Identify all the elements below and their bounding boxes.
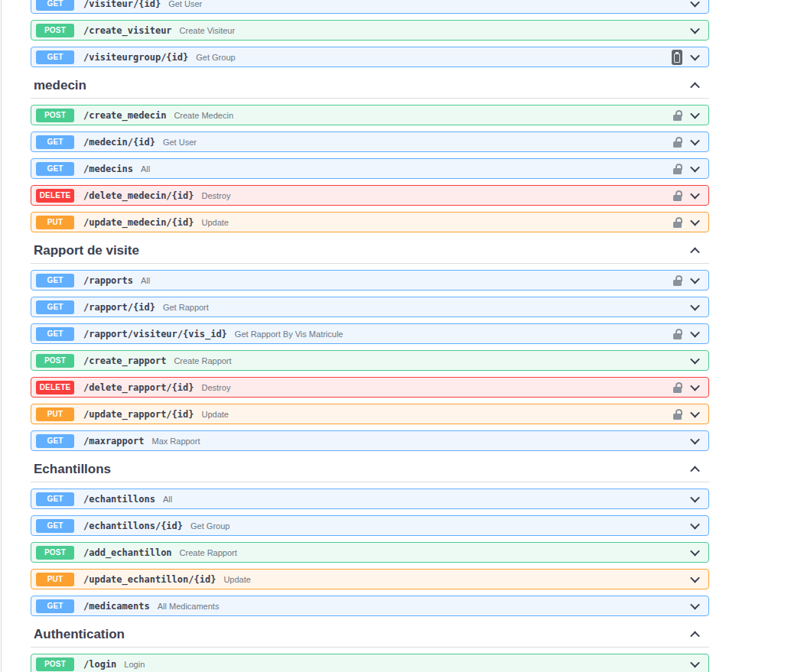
- endpoint-row-post-add-echantillon[interactable]: POST /add_echantillon Create Rapport: [31, 542, 709, 563]
- endpoint-row-get-rapports[interactable]: GET /rapports All: [31, 270, 709, 291]
- section-header-rapport-de-visite[interactable]: Rapport de visite: [31, 243, 709, 264]
- endpoint-row-post-create-rapport[interactable]: POST /create_rapport Create Rapport: [31, 350, 709, 371]
- endpoint-row-get-medecins[interactable]: GET /medecins All: [31, 158, 709, 179]
- endpoint-path: /medicaments: [83, 601, 150, 612]
- chevron-down-icon[interactable]: [690, 109, 700, 119]
- endpoint-path: /create_medecin: [83, 110, 166, 121]
- endpoint-description: Destroy: [202, 191, 231, 200]
- chevron-down-icon[interactable]: [690, 301, 700, 311]
- chevron-down-icon[interactable]: [690, 520, 700, 530]
- endpoint-row-post-create-visiteur[interactable]: POST /create_visiteur Create Visiteur: [31, 20, 709, 41]
- method-badge: POST: [36, 657, 74, 671]
- method-badge: GET: [36, 519, 74, 533]
- unlock-icon[interactable]: [672, 275, 682, 286]
- endpoint-row-post-login[interactable]: POST /login Login: [31, 654, 709, 672]
- endpoint-path: /update_rapport/{id}: [83, 409, 194, 420]
- unlock-icon[interactable]: [672, 137, 682, 148]
- chevron-down-icon[interactable]: [690, 493, 700, 503]
- section-header-echantillons[interactable]: Echantillons: [31, 462, 709, 482]
- endpoint-row-get-rapport-visiteur[interactable]: GET /rapport/visiteur/{vis_id} Get Rappo…: [31, 323, 709, 344]
- method-badge: GET: [36, 492, 74, 506]
- method-badge: PUT: [36, 573, 74, 586]
- method-badge: GET: [36, 599, 74, 613]
- endpoint-path: /update_echantillon/{id}: [83, 574, 216, 585]
- endpoint-description: Get Group: [190, 521, 229, 531]
- endpoint-row-get-medicaments[interactable]: GET /medicaments All Medicaments: [31, 596, 709, 616]
- chevron-up-icon[interactable]: [690, 466, 700, 476]
- endpoint-row-get-maxrapport[interactable]: GET /maxrapport Max Rapport: [31, 430, 709, 451]
- endpoint-row-delete-medecin[interactable]: DELETE /delete_medecin/{id} Destroy: [31, 185, 709, 206]
- section-title: medecin: [34, 78, 86, 93]
- chevron-down-icon[interactable]: [690, 51, 700, 61]
- endpoint-path: /maxrapport: [83, 436, 144, 446]
- unlock-icon[interactable]: [672, 409, 682, 420]
- endpoint-row-get-medecin-id[interactable]: GET /medecin/{id} Get User: [31, 131, 709, 152]
- endpoint-row-put-update-rapport[interactable]: PUT /update_rapport/{id} Update: [31, 404, 709, 424]
- chevron-down-icon[interactable]: [690, 600, 700, 610]
- chevron-down-icon[interactable]: [690, 24, 700, 34]
- endpoint-description: Get Rapport By Vis Matricule: [235, 330, 343, 339]
- endpoint-row-put-update-medecin[interactable]: PUT /update_medecin/{id} Update: [31, 212, 709, 232]
- endpoint-row-get-visiteurgroup-id[interactable]: GET /visiteurgroup/{id} Get Group: [31, 47, 709, 67]
- chevron-up-icon[interactable]: [690, 631, 700, 641]
- method-badge: GET: [36, 135, 74, 149]
- method-badge: GET: [36, 162, 74, 176]
- endpoint-description: Get Rapport: [163, 303, 209, 312]
- endpoint-path: /add_echantillon: [83, 547, 172, 558]
- method-badge: PUT: [36, 407, 74, 421]
- endpoint-description: Get User: [163, 138, 197, 147]
- section-title: Echantillons: [34, 462, 111, 477]
- unlock-icon[interactable]: [672, 217, 682, 228]
- chevron-down-icon[interactable]: [690, 547, 700, 557]
- method-badge: GET: [36, 434, 74, 448]
- method-badge: GET: [36, 327, 74, 341]
- endpoint-path: /update_medecin/{id}: [83, 217, 194, 228]
- endpoint-description: Create Rapport: [180, 548, 237, 557]
- endpoint-description: Login: [124, 660, 145, 669]
- endpoint-row-put-update-echantillon[interactable]: PUT /update_echantillon/{id} Update: [31, 569, 709, 589]
- chevron-down-icon[interactable]: [690, 355, 700, 365]
- endpoint-description: Create Visiteur: [180, 26, 236, 35]
- chevron-down-icon[interactable]: [690, 328, 700, 338]
- chevron-down-icon[interactable]: [690, 216, 700, 226]
- chevron-down-icon[interactable]: [690, 0, 700, 7]
- unlock-icon[interactable]: [672, 329, 682, 339]
- endpoint-description: All: [163, 495, 172, 504]
- endpoint-row-get-visiteur-id[interactable]: GET /visiteur/{id} Get User: [31, 0, 709, 14]
- endpoint-path: /create_rapport: [83, 355, 166, 366]
- chevron-down-icon[interactable]: [690, 658, 700, 668]
- endpoint-description: Create Medecin: [174, 111, 233, 120]
- chevron-down-icon[interactable]: [690, 163, 700, 173]
- chevron-down-icon[interactable]: [690, 136, 700, 146]
- endpoint-path: /medecins: [83, 164, 133, 174]
- unlock-icon[interactable]: [672, 110, 682, 121]
- endpoint-description: All: [141, 164, 150, 174]
- swagger-api-page: GET /visiteur/{id} Get User POST /create…: [0, 0, 791, 672]
- clipboard-cursor-icon: [672, 50, 682, 65]
- chevron-down-icon[interactable]: [690, 381, 700, 391]
- unlock-icon[interactable]: [672, 382, 682, 393]
- section-header-medecin[interactable]: medecin: [31, 78, 709, 99]
- chevron-down-icon[interactable]: [690, 435, 700, 445]
- method-badge: GET: [36, 50, 74, 64]
- page-left-border: [1, 0, 2, 672]
- endpoint-path: /rapports: [83, 275, 133, 286]
- endpoint-row-get-rapport-id[interactable]: GET /rapport/{id} Get Rapport: [31, 297, 709, 317]
- endpoint-row-delete-rapport[interactable]: DELETE /delete_rapport/{id} Destroy: [31, 377, 709, 398]
- unlock-icon[interactable]: [672, 190, 682, 201]
- chevron-down-icon[interactable]: [690, 274, 700, 284]
- unlock-icon[interactable]: [672, 164, 682, 174]
- section-header-authentication[interactable]: Authentication: [31, 627, 709, 648]
- chevron-down-icon[interactable]: [690, 190, 700, 200]
- chevron-up-icon[interactable]: [690, 247, 700, 257]
- endpoint-path: /medecin/{id}: [83, 137, 155, 148]
- endpoint-description: All: [141, 276, 150, 285]
- endpoint-row-get-echantillons-id[interactable]: GET /echantillons/{id} Get Group: [31, 515, 709, 536]
- endpoint-row-post-create-medecin[interactable]: POST /create_medecin Create Medecin: [31, 105, 709, 125]
- endpoint-path: /delete_rapport/{id}: [83, 382, 194, 393]
- chevron-up-icon[interactable]: [690, 82, 700, 92]
- endpoint-row-get-echantillons[interactable]: GET /echantillons All: [31, 489, 709, 509]
- chevron-down-icon[interactable]: [690, 408, 700, 418]
- chevron-down-icon[interactable]: [690, 573, 700, 583]
- section-title: Rapport de visite: [34, 243, 139, 258]
